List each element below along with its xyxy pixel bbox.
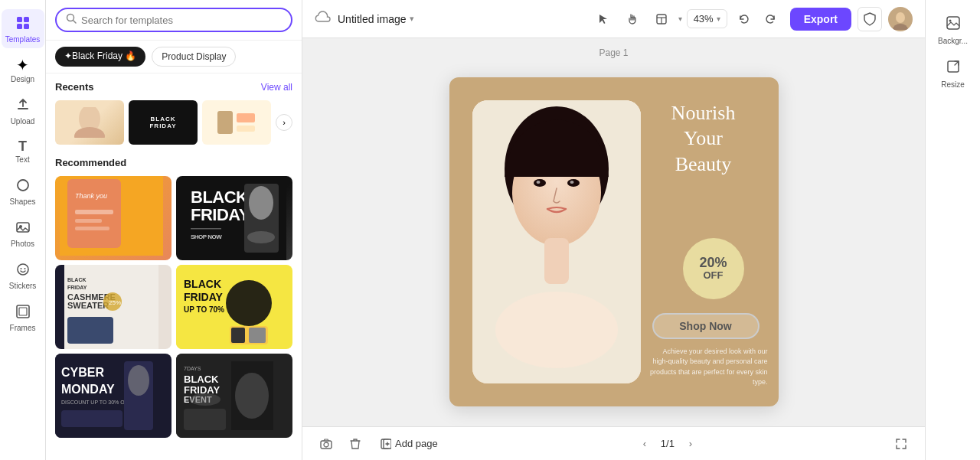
document-title-text: Untitled image bbox=[338, 13, 407, 25]
svg-text:FRIDAY: FRIDAY bbox=[67, 285, 87, 290]
shop-now-button[interactable]: Shop Now bbox=[652, 313, 760, 339]
chip-product-display[interactable]: Product Display bbox=[152, 47, 236, 67]
svg-point-66 bbox=[235, 373, 269, 419]
svg-text:BLACK: BLACK bbox=[184, 374, 219, 385]
svg-rect-80 bbox=[544, 238, 569, 284]
user-avatar[interactable] bbox=[888, 7, 913, 31]
expand-icon-button[interactable] bbox=[890, 432, 913, 455]
svg-point-16 bbox=[74, 127, 105, 138]
svg-rect-0 bbox=[17, 17, 22, 22]
svg-rect-29 bbox=[191, 228, 221, 230]
sidebar-item-label-text: Text bbox=[15, 155, 29, 164]
trash-icon-button[interactable] bbox=[344, 432, 367, 455]
bottom-center-nav: ‹ 1/1 › bbox=[635, 434, 701, 454]
rec-thumb-1[interactable]: Thank you bbox=[55, 176, 172, 260]
recents-chevron-button[interactable]: › bbox=[276, 114, 292, 131]
rec-thumb-5[interactable]: CYBER MONDAY DISCOUNT UP TO 30% OFF bbox=[55, 354, 172, 438]
zoom-control[interactable]: 43% ▾ bbox=[687, 9, 727, 28]
document-title[interactable]: Untitled image ▾ bbox=[338, 13, 414, 25]
sidebar-item-shapes[interactable]: Shapes bbox=[2, 171, 44, 210]
svg-rect-23 bbox=[75, 210, 113, 214]
canvas-title-line1: Nourish bbox=[642, 100, 765, 126]
canvas-title-line3: Beauty bbox=[642, 152, 765, 178]
export-button[interactable]: Export bbox=[790, 8, 851, 31]
sidebar-item-label-photos: Photos bbox=[11, 240, 34, 248]
sidebar-item-photos[interactable]: Photos bbox=[2, 214, 44, 253]
svg-point-8 bbox=[18, 264, 28, 275]
svg-point-9 bbox=[20, 268, 21, 269]
canvas-title: Nourish Your Beauty bbox=[642, 100, 765, 178]
svg-point-78 bbox=[536, 181, 540, 184]
layout-tool-button[interactable] bbox=[649, 7, 674, 31]
design-icon: ✦ bbox=[16, 57, 29, 73]
svg-rect-17 bbox=[217, 111, 233, 134]
right-panel-resize[interactable]: Resize bbox=[929, 53, 978, 93]
shapes-icon bbox=[15, 178, 31, 195]
sidebar-item-templates[interactable]: Templates bbox=[2, 9, 44, 48]
page-label: Page 1 bbox=[599, 47, 628, 58]
chevron-down-icon: ▾ bbox=[410, 14, 414, 24]
recents-grid: BLACK FRIDAY › bbox=[55, 100, 292, 145]
svg-rect-18 bbox=[237, 113, 255, 122]
view-all-button[interactable]: View all bbox=[261, 82, 292, 93]
templates-panel: ✦Black Friday 🔥 Product Display Recents … bbox=[46, 0, 302, 460]
right-panel: Backgr... Resize bbox=[925, 0, 980, 460]
svg-point-71 bbox=[896, 12, 905, 23]
background-icon bbox=[946, 15, 961, 34]
toolbar-tools: ▾ 43% ▾ bbox=[591, 7, 782, 31]
recent-thumb-2[interactable]: BLACK FRIDAY bbox=[129, 100, 198, 145]
prev-page-button[interactable]: ‹ bbox=[635, 434, 655, 454]
next-page-button[interactable]: › bbox=[681, 434, 701, 454]
svg-point-32 bbox=[249, 186, 273, 220]
rec-thumb-6[interactable]: 7DAYS BLACK FRIDAY EVENT bbox=[176, 354, 292, 438]
chevron-layout-icon[interactable]: ▾ bbox=[678, 15, 682, 23]
sidebar-item-label-stickers: Stickers bbox=[9, 282, 37, 290]
svg-rect-40 bbox=[67, 317, 113, 344]
cloud-icon[interactable] bbox=[315, 11, 332, 27]
sidebar-item-text[interactable]: T Text bbox=[2, 133, 44, 168]
top-toolbar: Untitled image ▾ ▾ bbox=[302, 0, 925, 38]
svg-text:DISCOUNT UP TO 30% OFF: DISCOUNT UP TO 30% OFF bbox=[61, 400, 131, 405]
svg-point-79 bbox=[570, 181, 573, 184]
chip-black-friday[interactable]: ✦Black Friday 🔥 bbox=[55, 47, 145, 67]
recent-thumb-1[interactable] bbox=[55, 100, 124, 145]
search-input[interactable] bbox=[81, 15, 282, 26]
rec-thumb-3[interactable]: BLACK FRIDAY CASHMERE SWEATER 25% bbox=[55, 265, 172, 349]
svg-text:BLACK: BLACK bbox=[67, 277, 87, 282]
panel-scroll: Recents View all BLACK FRIDAY bbox=[46, 73, 302, 460]
undo-button[interactable] bbox=[732, 7, 756, 31]
toolbar-left: Untitled image ▾ bbox=[315, 11, 583, 27]
bottom-right-tools bbox=[890, 432, 913, 455]
select-tool-button[interactable] bbox=[591, 7, 616, 31]
svg-text:BLACK: BLACK bbox=[191, 188, 248, 207]
redo-button[interactable] bbox=[758, 7, 782, 31]
svg-point-5 bbox=[18, 180, 28, 191]
svg-text:SWEATER: SWEATER bbox=[67, 301, 109, 310]
templates-icon bbox=[15, 15, 31, 33]
sidebar-item-design[interactable]: ✦ Design bbox=[2, 51, 44, 88]
sidebar-item-upload[interactable]: Upload bbox=[2, 91, 44, 130]
svg-rect-25 bbox=[75, 227, 109, 230]
photo-card-image bbox=[472, 100, 641, 383]
canvas-area: Page 1 bbox=[302, 38, 925, 426]
svg-rect-24 bbox=[75, 219, 102, 223]
design-canvas[interactable]: Nourish Your Beauty 20% OFF Shop Now Ach… bbox=[449, 77, 779, 406]
sidebar-item-stickers[interactable]: Stickers bbox=[2, 256, 44, 295]
sidebar-item-frames[interactable]: Frames bbox=[2, 298, 44, 337]
rec-thumb-4[interactable]: BLACK FRIDAY UP TO 70% bbox=[176, 265, 292, 349]
svg-rect-50 bbox=[249, 328, 266, 343]
svg-point-47 bbox=[226, 280, 272, 326]
rec-thumb-2[interactable]: BLACK FRIDAY SHOP NOW bbox=[176, 176, 292, 260]
camera-icon-button[interactable] bbox=[315, 432, 338, 455]
photos-icon bbox=[15, 220, 31, 237]
svg-rect-12 bbox=[19, 308, 27, 315]
undo-redo-group bbox=[732, 7, 782, 31]
hand-tool-button[interactable] bbox=[620, 7, 645, 31]
editor-main: Untitled image ▾ ▾ bbox=[302, 0, 925, 460]
shield-button[interactable] bbox=[858, 7, 882, 31]
add-page-button[interactable]: Add page bbox=[373, 434, 446, 453]
page-indicator: 1/1 bbox=[661, 438, 675, 449]
zoom-level-text: 43% bbox=[694, 13, 714, 24]
recent-thumb-3[interactable] bbox=[202, 100, 271, 145]
right-panel-background[interactable]: Backgr... bbox=[929, 9, 978, 50]
